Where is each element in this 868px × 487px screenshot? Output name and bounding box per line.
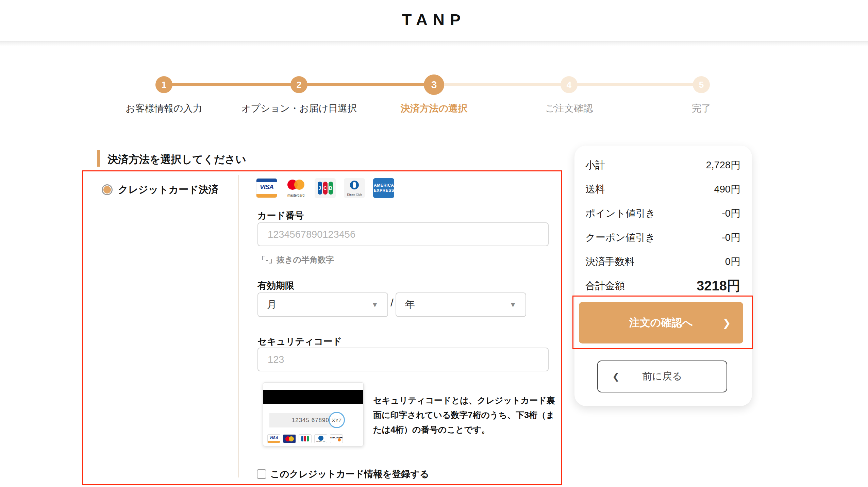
discover-mini-icon: DISCOVER bbox=[330, 434, 343, 443]
step-3-circle: 3 bbox=[424, 74, 444, 95]
back-button-label: 前に戻る bbox=[642, 371, 682, 382]
expiry-year-select[interactable]: 年 ▼ bbox=[396, 292, 526, 317]
coupon-discount-value: -0円 bbox=[722, 231, 740, 245]
section-title-accent-bar bbox=[97, 150, 100, 167]
security-code-input[interactable] bbox=[257, 348, 549, 371]
chevron-right-icon: ❯ bbox=[722, 317, 731, 329]
confirm-order-label: 注文の確認へ bbox=[629, 317, 693, 329]
jcb-mini-icon bbox=[299, 434, 312, 443]
expiry-separator: / bbox=[390, 297, 394, 309]
panel-divider bbox=[238, 175, 239, 477]
step-3-label: 決済方法の選択 bbox=[359, 102, 509, 115]
checkout-page: TANP 1 2 3 4 5 お客様情報の入力 オプション・お届け日選択 決済方… bbox=[0, 0, 868, 487]
confirm-order-button[interactable]: 注文の確認へ ❯ bbox=[579, 302, 743, 343]
save-card-row[interactable]: このクレジットカード情報を登録する bbox=[257, 468, 429, 480]
credit-card-radio[interactable] bbox=[102, 184, 113, 195]
summary-row-points-discount: ポイント値引き -0円 bbox=[585, 201, 740, 225]
summary-row-subtotal: 小計 2,728円 bbox=[585, 153, 740, 177]
card-back-illustration: 12345 67890 XYZ VISA Diners Club bbox=[263, 382, 364, 446]
save-card-label: このクレジットカード情報を登録する bbox=[270, 468, 429, 480]
shipping-value: 490円 bbox=[714, 183, 740, 196]
save-card-checkbox[interactable] bbox=[257, 469, 266, 479]
order-summary-rows: 小計 2,728円 送料 490円 ポイント値引き -0円 クーポン値引き -0… bbox=[574, 153, 752, 298]
step-2-circle: 2 bbox=[290, 76, 307, 93]
page-title: 決済方法を選択してください bbox=[107, 152, 246, 167]
american-express-icon: AMERICAN EXPRESS bbox=[373, 178, 394, 198]
summary-row-coupon-discount: クーポン値引き -0円 bbox=[585, 225, 740, 250]
mastercard-mini-icon bbox=[283, 434, 296, 443]
step-1-label: お客様情報の入力 bbox=[89, 102, 239, 115]
tanp-logo[interactable]: TANP bbox=[0, 0, 868, 41]
subtotal-value: 2,728円 bbox=[706, 158, 740, 172]
payment-fee-label: 決済手数料 bbox=[585, 255, 635, 269]
points-discount-value: -0円 bbox=[722, 207, 740, 220]
total-label: 合計金額 bbox=[585, 279, 625, 293]
diners-club-mini-icon: Diners Club bbox=[314, 434, 327, 443]
total-value: 3218円 bbox=[697, 276, 740, 295]
shipping-label: 送料 bbox=[585, 183, 605, 196]
jcb-icon: J C B bbox=[315, 178, 336, 198]
card-back-brand-row: VISA Diners Club DISCOVER bbox=[267, 434, 343, 443]
chevron-left-icon: ❮ bbox=[612, 371, 620, 382]
points-discount-label: ポイント値引き bbox=[585, 207, 655, 220]
chevron-down-icon: ▼ bbox=[509, 300, 517, 309]
credit-card-radio-label: クレジットカード決済 bbox=[118, 183, 218, 197]
step-1-circle: 1 bbox=[155, 76, 172, 93]
card-number-input[interactable] bbox=[257, 222, 549, 246]
card-number-label: カード番号 bbox=[257, 209, 304, 222]
diners-club-icon: Diners Club bbox=[344, 178, 365, 198]
payment-method-panel: クレジットカード決済 VISA mastercard J C B Diners … bbox=[82, 170, 562, 485]
payment-fee-value: 0円 bbox=[725, 255, 740, 269]
magnetic-stripe bbox=[263, 390, 363, 404]
expiry-label: 有効期限 bbox=[257, 280, 294, 292]
step-5-circle: 5 bbox=[693, 76, 710, 93]
expiry-year-value: 年 bbox=[405, 298, 415, 312]
coupon-discount-label: クーポン値引き bbox=[585, 231, 655, 245]
back-button[interactable]: 前に戻る ❮ bbox=[597, 360, 727, 392]
visa-mini-icon: VISA bbox=[267, 434, 280, 443]
expiry-month-value: 月 bbox=[267, 298, 277, 312]
step-5-label: 完了 bbox=[627, 102, 776, 115]
accepted-card-brands: VISA mastercard J C B Diners Club AMERIC… bbox=[256, 178, 394, 198]
cvc-highlight-circle: XYZ bbox=[329, 412, 345, 428]
payment-method-credit-card[interactable]: クレジットカード決済 bbox=[102, 183, 218, 197]
step-4-label: ご注文確認 bbox=[494, 102, 644, 115]
header: TANP bbox=[0, 0, 868, 41]
step-2-label: オプション・お届け日選択 bbox=[224, 102, 374, 115]
subtotal-label: 小計 bbox=[585, 158, 605, 172]
card-number-helper-text: 「-」抜きの半角数字 bbox=[257, 254, 334, 265]
expiry-month-select[interactable]: 月 ▼ bbox=[257, 292, 388, 317]
chevron-down-icon: ▼ bbox=[371, 300, 379, 309]
summary-row-payment-fee: 決済手数料 0円 bbox=[585, 250, 740, 274]
security-code-description: セキュリティコードとは、クレジットカード裏面に印字されている数字7桁のうち、下3… bbox=[373, 393, 562, 437]
visa-icon: VISA bbox=[256, 178, 277, 198]
signature-strip: 12345 67890 bbox=[269, 413, 333, 427]
summary-row-total: 合計金額 3218円 bbox=[585, 274, 740, 298]
step-4-circle: 4 bbox=[561, 76, 578, 93]
summary-row-shipping: 送料 490円 bbox=[585, 177, 740, 201]
radio-selected-dot bbox=[103, 186, 111, 194]
security-code-label: セキュリティコード bbox=[257, 335, 342, 348]
mastercard-icon: mastercard bbox=[285, 178, 306, 198]
